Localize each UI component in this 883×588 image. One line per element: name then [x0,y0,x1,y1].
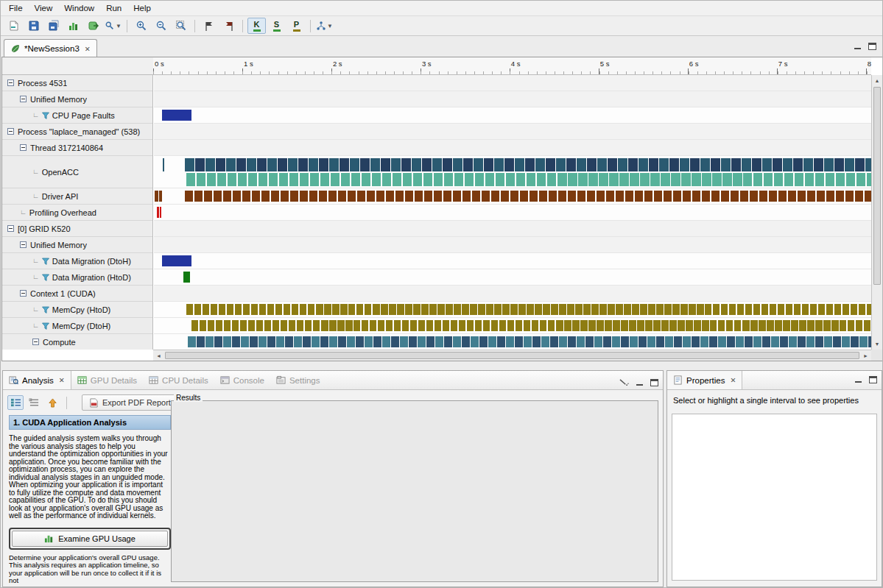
tab-console[interactable]: Console [214,371,270,389]
vertical-scrollbar[interactable]: ▲ ▼ [871,75,882,350]
timeline-bar[interactable] [163,158,164,171]
session-tab[interactable]: *NewSession3 ✕ [4,39,97,57]
timeline-row-label[interactable]: Process 4531 [2,75,152,91]
timeline-bar[interactable] [191,320,871,331]
collapse-icon[interactable] [20,241,27,248]
menu-view[interactable]: View [29,2,59,14]
timeline-bar[interactable] [188,336,871,347]
filter-icon[interactable] [42,112,49,119]
collapse-icon[interactable] [20,290,27,297]
menu-file[interactable]: File [3,2,29,14]
filter-icon[interactable] [42,306,49,314]
horizontal-scroll-thumb[interactable] [165,352,859,359]
tab-settings[interactable]: Settings [270,371,326,389]
timeline-bar[interactable] [155,191,158,202]
close-icon[interactable]: ✕ [85,45,91,53]
timeline-track-row[interactable] [154,156,871,188]
timeline-tracks[interactable] [154,75,871,350]
unguided-mode-button[interactable] [26,395,42,410]
examine-gpu-usage-button[interactable]: Examine GPU Usage [12,531,168,547]
close-icon[interactable]: ✕ [59,376,65,384]
maximize-icon[interactable] [868,43,876,50]
maximize-icon[interactable] [650,379,658,386]
tab-gpu-details[interactable]: GPU Details [71,371,143,389]
zoom-out-button[interactable] [152,18,170,34]
kernel-timeline-toggle[interactable]: K [247,18,266,34]
timeline-row-label[interactable]: [0] GRID K520 [2,221,152,237]
timeline-bar[interactable] [185,191,871,202]
guided-mode-button[interactable] [7,395,24,410]
timeline-row-label[interactable]: ∟MemCpy (HtoD) [2,302,152,318]
minimize-icon[interactable] [636,379,644,386]
timeline-track-row[interactable] [154,124,871,140]
save-session-button[interactable] [24,18,43,34]
collapse-icon[interactable] [20,96,27,102]
settings-dropdown-button[interactable]: ▼ [104,18,122,34]
timeline-track-row[interactable] [154,334,871,350]
zoom-fit-button[interactable] [172,18,190,34]
timeline-row-label[interactable]: ∟CPU Page Faults [2,107,152,124]
zoom-in-button[interactable] [132,18,150,34]
timeline-row-label[interactable]: ∟Profiling Overhead [2,205,152,221]
timeline-track-row[interactable] [154,91,871,107]
timeline-bar[interactable] [160,207,161,218]
timeline-track-row[interactable] [154,140,871,156]
export-pdf-button[interactable]: Export PDF Report [82,394,178,411]
collapse-icon[interactable] [20,144,27,151]
timeline-row-label[interactable]: Unified Memory [2,237,152,253]
horizontal-scrollbar[interactable]: ◄ ► [153,350,871,361]
menu-run[interactable]: Run [100,2,127,14]
scroll-left-icon[interactable]: ◄ [153,350,164,361]
scroll-up-icon[interactable]: ▲ [872,75,882,86]
close-icon[interactable]: ✕ [730,376,736,384]
timeline-row-label[interactable]: Process "laplace_managed" (538) [2,124,152,140]
tab-properties[interactable]: Properties ✕ [667,371,742,389]
timeline-bar[interactable] [183,272,189,283]
collapse-icon[interactable] [7,79,14,86]
timeline-bar[interactable] [162,255,191,266]
timeline-row-label[interactable]: Thread 3172140864 [2,140,152,156]
filter-icon[interactable] [42,258,49,265]
analysis-dropdown-button[interactable]: ▼ [315,18,334,34]
maximize-icon[interactable] [869,376,877,383]
tab-analysis[interactable]: Analysis ✕ [3,371,71,389]
timeline-row-label[interactable]: Unified Memory [2,91,152,107]
tab-cpu-details[interactable]: CPU Details [143,371,214,389]
collapse-icon[interactable] [7,128,14,135]
timeline-bar[interactable] [157,207,158,218]
pinned-timeline-toggle[interactable]: P [287,18,306,34]
timeline-track-row[interactable] [154,302,871,318]
timeline-track-row[interactable] [154,286,871,302]
timeline-row-label[interactable]: Context 1 (CUDA) [2,286,152,302]
timeline-row-label[interactable]: ∟Data Migration (DtoH) [2,253,152,269]
timeline-ruler[interactable]: 0 s1 s2 s3 s4 s5 s6 s7 s8 [153,57,871,75]
timeline-track-row[interactable] [154,205,871,221]
timeline-row-label[interactable]: ∟MemCpy (DtoH) [2,318,152,334]
save-all-button[interactable] [44,18,63,34]
timeline-row-label[interactable]: ∟Driver API [2,188,152,205]
timeline-bar[interactable] [186,304,871,315]
view-menu-icon[interactable] [619,376,629,389]
timeline-row-label[interactable]: Compute [2,334,152,350]
menu-window[interactable]: Window [58,2,100,14]
back-up-button[interactable] [44,395,60,410]
collapse-icon[interactable] [7,225,14,232]
timeline-bar[interactable] [186,173,871,186]
vertical-scroll-thumb[interactable] [873,87,881,285]
timeline-row-label[interactable]: ∟OpenACC [2,156,152,188]
menu-help[interactable]: Help [127,2,157,14]
timeline-bar[interactable] [185,158,871,171]
timeline-track-row[interactable] [154,237,871,253]
timeline-track-row[interactable] [154,188,871,205]
timeline-bar[interactable] [159,191,162,202]
filter-icon[interactable] [42,322,49,330]
timeline-track-row[interactable] [154,107,871,124]
timeline-track-row[interactable] [154,75,871,91]
filter-icon[interactable] [42,274,49,281]
scroll-right-icon[interactable]: ► [860,350,871,361]
prev-marker-button[interactable] [219,18,238,34]
new-session-button[interactable] [4,18,23,34]
next-marker-button[interactable] [200,18,218,34]
timeline-bar[interactable] [162,110,191,121]
collapse-icon[interactable] [32,339,39,345]
